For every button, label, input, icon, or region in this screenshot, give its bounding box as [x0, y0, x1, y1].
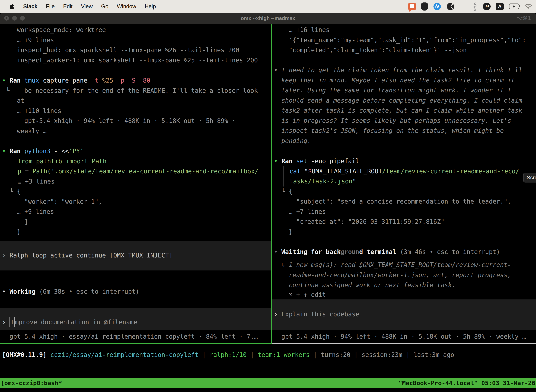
chat-app-icon[interactable]	[408, 3, 416, 10]
code-line: p = Path('.omx/state/team/review-current…	[18, 166, 270, 177]
output-corner-line: └ {	[274, 187, 536, 197]
right-prompt[interactable]: › Explain this codebase	[274, 309, 536, 319]
shell-code-block: cat "$OMX_TEAM_STATE_ROOT/team/review-cu…	[283, 166, 536, 187]
squiggle-icon[interactable]	[472, 2, 478, 11]
command-output: ]	[2, 217, 270, 227]
window-title: omx --xhigh --madmax	[0, 13, 536, 24]
mailbox-note-line: continue assigned work or next feasible …	[274, 280, 536, 290]
menu-item-help[interactable]: Help	[145, 3, 156, 10]
collapsed-lines-indicator: … +9 lines	[2, 207, 270, 217]
collapsed-lines-indicator: … +3 lines	[18, 177, 270, 187]
command-output: }	[274, 227, 536, 237]
code-line: from pathlib import Path	[18, 156, 270, 167]
tmux-session-label: [omx-cczip0:bash*	[0, 379, 62, 387]
command-output: at	[2, 96, 270, 106]
thinking-line: later. Using the same for transition mig…	[274, 85, 536, 96]
waiting-status: • Waiting for background terminal (3m 46…	[274, 247, 536, 257]
screen-tooltip: Scre	[523, 173, 536, 182]
right-pane-bottom-border	[272, 343, 536, 344]
output-line: workspace_mode: worktree	[2, 25, 270, 35]
command-output: └ be necessary for the end of the README…	[2, 86, 270, 96]
heredoc-code-block: from pathlib import Path p = Path('.omx/…	[12, 156, 270, 187]
edit-hint-text: ⌥ + ↑ edit	[274, 290, 536, 300]
collapsed-lines-indicator: … +16 lines	[274, 25, 536, 35]
keypad-shield-icon[interactable]	[421, 2, 428, 10]
working-status: • Working (6m 38s • esc to interrupt)	[2, 287, 270, 297]
thinking-line: • I need to get the claim token from the…	[274, 65, 536, 75]
output-line: inspect_hud: omx sparkshell --tmux-pane …	[2, 45, 270, 55]
battery-charging-icon[interactable]	[509, 4, 519, 9]
prompt-chevron: ›	[274, 311, 281, 318]
output-corner-line: └ {	[2, 187, 270, 197]
command-line: • Ran python3 - <<'PY'	[2, 146, 270, 156]
edit-hint: ⌥ + ↑ edit	[274, 290, 536, 300]
command-output: }	[2, 227, 270, 237]
model-status-line: gpt-5.4 xhigh · 94% left · 488K in · 5.1…	[274, 331, 536, 342]
menu-bar: Slack File Edit View Go Window Help ..61…	[0, 0, 536, 13]
mailbox-note-line: ↳ 1 new msg(s): read $OMX_TEAM_STATE_ROO…	[274, 260, 536, 270]
wifi-icon[interactable]	[524, 4, 532, 9]
thinking-block: • I need to get the claim token from the…	[274, 65, 536, 146]
command-output: "worker": "worker-1",	[2, 197, 270, 207]
a-square-icon[interactable]: A	[496, 3, 504, 10]
python-command-block: • Ran python3 - <<'PY' from pathlib impo…	[2, 146, 270, 237]
ralph-loop-banner: › Ralph loop active continue [OMX_TMUX_I…	[2, 250, 270, 261]
tmux-capture-command-block: • Ran tmux capture-pane -t %25 -p -S -80…	[2, 75, 270, 136]
menu-item-window[interactable]: Window	[117, 3, 136, 10]
model-status-line: gpt-5.4 xhigh · essay/ai-reimplementatio…	[2, 331, 270, 342]
left-prompt[interactable]: › Improve documentation in @filename	[2, 317, 270, 327]
waiting-status-text: • Waiting for background terminal (3m 46…	[274, 247, 536, 257]
terminal: workspace_mode: worktree … +9 lines insp…	[0, 24, 536, 392]
ralph-loop-banner-text: › Ralph loop active continue [OMX_TMUX_I…	[2, 250, 270, 261]
output-line: inspect_worker-1: omx sparkshell --tmux-…	[2, 55, 270, 65]
command-output: "subject": "send a concise recommendatio…	[274, 196, 536, 207]
thinking-line: keep that in mind. Maybe I also need the…	[274, 75, 536, 85]
mailbox-note: ↳ 1 new msg(s): read $OMX_TEAM_STATE_ROO…	[274, 260, 536, 290]
output-line: '{"team_name":"my-team","task_id":"1","f…	[274, 35, 536, 45]
window-shortcut-badge: ⌥⌘1	[517, 13, 531, 24]
code-line: cat "$OMX_TEAM_STATE_ROOT/team/review-cu…	[289, 166, 536, 177]
thinking-line: task2 after task1 is complete, but can I…	[274, 106, 536, 116]
menu-item-view[interactable]: View	[81, 3, 93, 10]
collapsed-lines-indicator: … +9 lines	[2, 35, 270, 45]
output-line: "completed","claim_token":"claim-token"}…	[274, 45, 536, 55]
menu-item-file[interactable]: File	[46, 3, 55, 10]
mailbox-note-line: readme-and-reco/mailbox/worker-1.json, a…	[274, 270, 536, 280]
working-status-text: • Working (6m 38s • esc to interrupt)	[2, 287, 270, 297]
thinking-line: should send a message before completing …	[274, 96, 536, 106]
prompt-chevron: ›	[2, 319, 10, 326]
tmux-status-bar: [omx-cczip0:bash* "MacBook-Pro-44.local"…	[0, 378, 536, 388]
prompt-placeholder[interactable]: Explain this codebase	[281, 311, 359, 318]
menu-item-edit[interactable]: Edit	[63, 3, 72, 10]
tmux-host-clock: "MacBook-Pro-44.local" 05:03 31-Mar-26	[398, 379, 536, 387]
command-output: weekly …	[2, 126, 270, 136]
command-output: gpt-5.4 xhigh · 94% left · 488K in · 5.1…	[2, 116, 270, 126]
pane-divider[interactable]	[271, 24, 272, 344]
cat-command-block: • Ran set -euo pipefail cat "$OMX_TEAM_S…	[274, 156, 536, 237]
left-pane-log: workspace_mode: worktree … +9 lines insp…	[2, 25, 270, 65]
left-pane-status: gpt-5.4 xhigh · essay/ai-reimplementatio…	[2, 331, 270, 342]
thinking-line: inspect task2's JSON, focusing on the st…	[274, 126, 536, 136]
menu-item-go[interactable]: Go	[101, 3, 108, 10]
apple-menu-icon[interactable]	[10, 3, 15, 10]
right-pane-status: gpt-5.4 xhigh · 94% left · 488K in · 5.1…	[274, 331, 536, 342]
code-line: tasks/task-2.json"	[289, 176, 536, 187]
badge-61-icon[interactable]: ..61	[483, 3, 491, 10]
left-pane-bottom-border	[0, 343, 271, 344]
thinking-line: is in progress? It seems likely but perh…	[274, 116, 536, 126]
command-output: "created_at": "2026-03-31T11:59:27.816Z"	[274, 217, 536, 227]
text-cursor[interactable]: I	[10, 317, 15, 327]
omx-status-line: [OMX#0.11.9] cczip/essay/ai-reimplementa…	[2, 350, 454, 360]
right-pane-log: … +16 lines '{"team_name":"my-team","tas…	[274, 25, 536, 55]
command-line: • Ran set -euo pipefail	[274, 156, 536, 166]
collapsed-lines-indicator: … +110 lines	[2, 106, 270, 116]
command-line: • Ran tmux capture-pane -t %25 -p -S -80	[2, 75, 270, 86]
disk-pie-icon[interactable]	[446, 2, 455, 10]
collapsed-lines-indicator: … +7 lines	[274, 207, 536, 217]
menu-app-name[interactable]: Slack	[23, 3, 38, 10]
window-title-bar: omx --xhigh --madmax ⌥⌘1	[0, 13, 536, 24]
thinking-line: pending.	[274, 136, 536, 146]
prompt-placeholder[interactable]: mprove documentation in @filename	[15, 319, 137, 326]
dots-grid-icon[interactable]	[460, 3, 466, 10]
zigzag-badge-icon[interactable]	[433, 2, 441, 10]
